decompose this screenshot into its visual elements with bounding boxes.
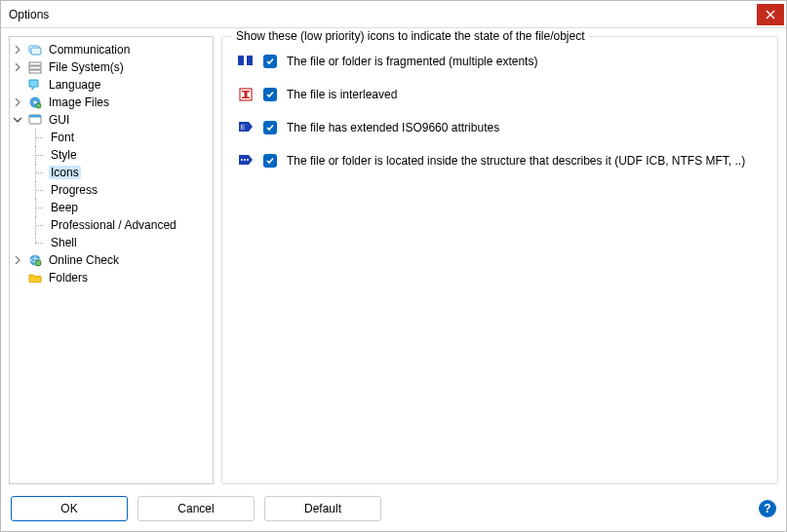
- expander-icon[interactable]: [12, 96, 23, 108]
- tree-connector: [27, 146, 45, 164]
- nav-tree[interactable]: Communication File System(s) Language Im…: [9, 36, 214, 484]
- button-bar: OK Cancel Default ?: [1, 492, 786, 531]
- svg-rect-16: [242, 91, 250, 93]
- option-fragmented: The file or folder is fragmented (multip…: [238, 55, 769, 68]
- close-icon: [766, 10, 775, 19]
- options-panel: Show these (low priority) icons to indic…: [221, 36, 778, 484]
- fragmented-icon: [238, 55, 254, 68]
- option-label: The file or folder is located inside the…: [287, 154, 745, 168]
- svg-point-6: [33, 100, 36, 103]
- svg-rect-2: [29, 62, 41, 65]
- tree-item-style[interactable]: Style: [12, 146, 211, 164]
- iso9660-icon: E: [238, 121, 254, 134]
- tree-label: Beep: [49, 201, 80, 214]
- tree-item-professional[interactable]: Professional / Advanced: [12, 216, 211, 234]
- checkbox-interleaved[interactable]: [263, 88, 277, 101]
- tree-connector: [27, 129, 45, 146]
- svg-rect-17: [242, 97, 250, 99]
- tree-connector: [27, 181, 45, 199]
- svg-rect-9: [29, 115, 41, 118]
- tree-connector: [27, 234, 45, 251]
- filesystem-icon: [27, 59, 43, 75]
- tree-label: Online Check: [47, 253, 121, 267]
- svg-rect-13: [247, 56, 253, 65]
- svg-point-20: [244, 159, 246, 161]
- tree-item-gui[interactable]: GUI: [12, 111, 211, 129]
- globe-icon: [27, 252, 43, 268]
- help-button[interactable]: ?: [759, 500, 776, 517]
- imagefile-icon: [27, 95, 43, 110]
- dialog-body: Communication File System(s) Language Im…: [1, 28, 786, 492]
- svg-rect-4: [29, 70, 41, 73]
- svg-text:E: E: [241, 124, 246, 131]
- svg-rect-3: [29, 66, 41, 69]
- tree-connector: [27, 199, 45, 216]
- tree-label: Style: [49, 148, 79, 162]
- tree-label: Shell: [49, 236, 79, 249]
- tree-label: Language: [47, 78, 102, 92]
- expander-icon[interactable]: [12, 114, 23, 126]
- folder-icon: [27, 270, 43, 285]
- option-label: The file or folder is fragmented (multip…: [287, 55, 537, 68]
- svg-point-19: [241, 159, 243, 161]
- cancel-button[interactable]: Cancel: [138, 496, 255, 521]
- tree-item-onlinecheck[interactable]: Online Check: [12, 251, 211, 269]
- tree-label: GUI: [47, 113, 71, 127]
- tree-item-font[interactable]: Font: [12, 129, 211, 146]
- language-icon: [27, 77, 43, 93]
- default-button[interactable]: Default: [264, 496, 381, 521]
- udf-icon: [238, 154, 254, 168]
- tree-item-language[interactable]: Language: [12, 76, 211, 94]
- tree-label: Progress: [49, 183, 99, 197]
- tree-label: Image Files: [47, 95, 111, 109]
- tree-item-folders[interactable]: Folders: [12, 269, 211, 286]
- tree-label: Icons: [49, 166, 81, 179]
- svg-rect-1: [31, 48, 41, 55]
- tree-label: Communication: [47, 43, 132, 57]
- tree-item-filesystems[interactable]: File System(s): [12, 58, 211, 76]
- tree-item-icons[interactable]: Icons: [12, 164, 211, 181]
- checkbox-fragmented[interactable]: [263, 55, 277, 68]
- ok-button[interactable]: OK: [11, 496, 128, 521]
- option-label: The file has extended ISO9660 attributes: [287, 121, 499, 134]
- option-label: The file is interleaved: [287, 88, 397, 101]
- tree-connector: [27, 164, 45, 181]
- svg-point-21: [247, 159, 249, 161]
- option-udf: The file or folder is located inside the…: [238, 154, 769, 168]
- tree-item-progress[interactable]: Progress: [12, 181, 211, 199]
- close-button[interactable]: [757, 4, 784, 25]
- expander-icon[interactable]: [12, 44, 23, 56]
- interleaved-icon: [238, 88, 254, 101]
- expander-icon[interactable]: [12, 61, 23, 73]
- panel-legend: Show these (low priority) icons to indic…: [232, 29, 589, 43]
- svg-rect-12: [238, 56, 244, 65]
- expander-icon[interactable]: [12, 254, 23, 266]
- tree-label: Professional / Advanced: [49, 218, 178, 232]
- tree-label: File System(s): [47, 60, 126, 74]
- tree-item-imagefiles[interactable]: Image Files: [12, 94, 211, 111]
- checkbox-udf[interactable]: [263, 154, 277, 168]
- option-iso9660: E The file has extended ISO9660 attribut…: [238, 121, 769, 134]
- tree-label: Font: [49, 131, 76, 144]
- svg-point-7: [36, 103, 41, 108]
- tree-connector: [27, 216, 45, 234]
- option-interleaved: The file is interleaved: [238, 88, 769, 101]
- communication-icon: [27, 42, 43, 57]
- tree-item-beep[interactable]: Beep: [12, 199, 211, 216]
- gui-icon: [27, 112, 43, 128]
- window-title: Options: [9, 8, 757, 21]
- checkbox-iso9660[interactable]: [263, 121, 277, 134]
- svg-point-11: [35, 260, 41, 266]
- tree-item-communication[interactable]: Communication: [12, 41, 211, 58]
- tree-item-shell[interactable]: Shell: [12, 234, 211, 251]
- tree-label: Folders: [47, 271, 90, 285]
- titlebar: Options: [1, 1, 786, 28]
